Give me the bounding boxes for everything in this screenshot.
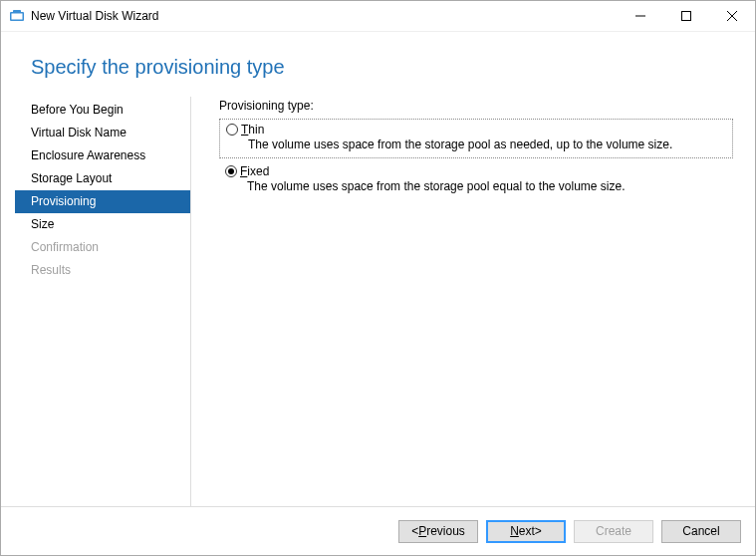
wizard-icon (9, 8, 25, 24)
thin-radio[interactable] (226, 124, 238, 136)
svg-rect-2 (13, 10, 21, 13)
window-title: New Virtual Disk Wizard (31, 9, 158, 23)
maximize-button[interactable] (663, 1, 709, 31)
step-size[interactable]: Size (15, 213, 190, 236)
window-controls (618, 1, 755, 31)
svg-rect-1 (12, 14, 23, 20)
step-enclosure-awareness[interactable]: Enclosure Awareness (15, 144, 190, 167)
titlebar: New Virtual Disk Wizard (1, 1, 755, 31)
thin-option-focus-frame: Thin The volume uses space from the stor… (219, 119, 733, 158)
svg-rect-4 (682, 12, 691, 21)
close-button[interactable] (709, 1, 755, 31)
minimize-button[interactable] (618, 1, 663, 31)
thin-radio-label[interactable]: Thin (241, 123, 264, 137)
step-provisioning[interactable]: Provisioning (15, 190, 190, 213)
main-columns: Before You Begin Virtual Disk Name Enclo… (1, 97, 755, 506)
wizard-window: New Virtual Disk Wizard Specify the prov… (0, 0, 756, 556)
create-button: Create (574, 520, 653, 543)
previous-button[interactable]: < Previous (398, 520, 478, 543)
page-heading: Specify the provisioning type (1, 32, 755, 97)
fixed-radio-label[interactable]: Fixed (240, 164, 269, 178)
wizard-content: Specify the provisioning type Before You… (1, 31, 755, 555)
step-results: Results (15, 259, 190, 282)
provisioning-type-label: Provisioning type: (219, 99, 733, 113)
fixed-radio[interactable] (225, 165, 237, 177)
next-button[interactable]: Next > (486, 520, 566, 543)
thin-option-row[interactable]: Thin (226, 123, 726, 137)
fixed-option-block: Fixed The volume uses space from the sto… (219, 164, 733, 193)
fixed-option-row[interactable]: Fixed (225, 164, 733, 178)
step-confirmation: Confirmation (15, 236, 190, 259)
thin-option-description: The volume uses space from the storage p… (248, 138, 726, 151)
fixed-option-description: The volume uses space from the storage p… (247, 179, 733, 193)
step-before-you-begin[interactable]: Before You Begin (15, 99, 190, 122)
step-storage-layout[interactable]: Storage Layout (15, 167, 190, 190)
step-virtual-disk-name[interactable]: Virtual Disk Name (15, 122, 190, 144)
wizard-footer: < Previous Next > Create Cancel (1, 506, 755, 555)
cancel-button[interactable]: Cancel (661, 520, 741, 543)
provisioning-panel: Provisioning type: Thin The volume uses … (191, 97, 755, 506)
wizard-steps-sidebar: Before You Begin Virtual Disk Name Enclo… (15, 97, 191, 506)
